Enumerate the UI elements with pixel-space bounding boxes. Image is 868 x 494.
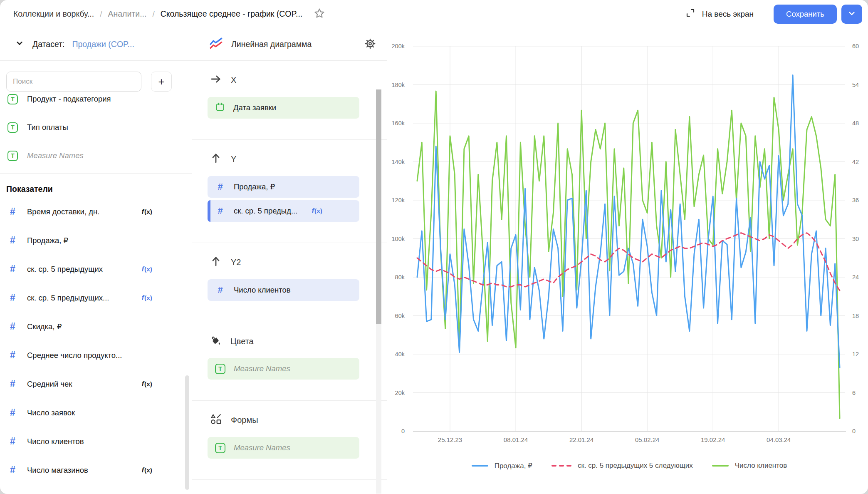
paint-bucket-icon <box>210 335 221 348</box>
fullscreen-button[interactable]: На весь экран <box>685 8 754 20</box>
save-menu-button[interactable] <box>841 5 862 24</box>
legend-item-moving-avg[interactable]: ск. ср. 5 предыдущих 5 следующих <box>551 462 693 470</box>
field-label: ск. ср. 5 предыдущих <box>27 265 103 274</box>
pill-label: Число клиентов <box>234 285 291 295</box>
formula-icon: f(x) <box>312 207 322 215</box>
field-row-measure[interactable]: #Время доставки, дн.f(x) <box>0 197 192 226</box>
shelf-colors-title: Цвета <box>210 335 375 348</box>
formula-icon: f(x) <box>141 466 152 474</box>
svg-text:0: 0 <box>401 428 405 434</box>
favorite-star-button[interactable] <box>313 7 326 21</box>
legend-label: Число клиентов <box>735 462 787 470</box>
field-row-measure[interactable]: #Число заявок <box>0 398 192 427</box>
pill-label: Measure Names <box>234 443 290 452</box>
dimension-type-icon: T <box>215 443 225 453</box>
gear-icon <box>364 38 376 51</box>
shelf-shapes-label: Формы <box>231 415 258 425</box>
svg-text:160k: 160k <box>392 120 405 127</box>
chart-type-label[interactable]: Линейная диаграмма <box>231 40 357 49</box>
field-row-measure[interactable]: #Число магазиновf(x) <box>0 456 192 484</box>
measures-section-header: Показатели <box>0 174 192 197</box>
panel-scrollbar-thumb[interactable] <box>376 89 381 324</box>
formula-icon: f(x) <box>141 265 152 273</box>
svg-text:25.12.23: 25.12.23 <box>438 436 462 443</box>
selected-indicator <box>208 200 210 222</box>
field-row-measure[interactable]: #Скидка, ₽ <box>0 312 192 341</box>
line-chart-canvas[interactable]: 020k40k60k80k100k120k140k160k180k200k061… <box>387 28 868 494</box>
shelf-x-label: X <box>231 75 236 85</box>
dimension-type-icon: T <box>7 151 18 161</box>
datalens-chart-editor-window: Коллекции и воркбу... / Аналити... / Ско… <box>0 0 868 494</box>
field-row-dimension[interactable]: TТип оплаты <box>0 113 192 141</box>
calendar-icon <box>215 102 225 114</box>
measure-type-icon: # <box>7 292 18 303</box>
fullscreen-label: На весь экран <box>702 10 754 19</box>
field-label: Тип оплаты <box>27 123 68 132</box>
pill-colors-measure-names[interactable]: T Measure Names <box>208 358 359 380</box>
pill-shapes-measure-names[interactable]: T Measure Names <box>208 437 359 459</box>
formula-icon: f(x) <box>141 294 152 302</box>
field-row-measure[interactable]: #Среднее число продукто... <box>0 341 192 370</box>
sidebar-scrollbar-thumb[interactable] <box>185 375 189 490</box>
pill-label: Дата заявки <box>233 103 276 112</box>
shelf-y2: Y2 # Число клиентов <box>192 243 387 322</box>
svg-text:12: 12 <box>852 351 859 357</box>
field-row-measure[interactable]: #Средний чекf(x) <box>0 370 192 398</box>
field-row-measure[interactable]: #Продажа, ₽ <box>0 226 192 255</box>
field-label: Число клиентов <box>27 437 84 446</box>
measure-type-icon: # <box>215 285 225 295</box>
legend-dash-swatch <box>551 465 571 467</box>
shapes-icon <box>210 413 222 427</box>
search-input[interactable] <box>6 72 141 92</box>
save-button[interactable]: Сохранить <box>774 5 837 24</box>
add-field-button[interactable]: + <box>151 72 172 92</box>
field-label: Measure Names <box>27 151 84 160</box>
star-icon <box>313 7 326 21</box>
dataset-name-link[interactable]: Продажи (COP... <box>72 40 134 49</box>
svg-text:80k: 80k <box>395 274 405 281</box>
field-label: Число магазинов <box>27 466 88 475</box>
legend-item-sales[interactable]: Продажа, ₽ <box>472 462 532 470</box>
svg-text:140k: 140k <box>392 159 405 165</box>
measure-type-icon: # <box>7 436 18 447</box>
measure-type-icon: # <box>7 235 18 246</box>
measure-type-icon: # <box>215 181 225 192</box>
breadcrumb-separator: / <box>100 10 102 19</box>
field-row-measure[interactable]: #ск. ср. 5 предыдущихf(x) <box>0 255 192 283</box>
field-label: Продукт - подкатегория <box>27 94 111 104</box>
svg-text:36: 36 <box>852 197 859 204</box>
field-row-dimension[interactable]: TMeasure Names <box>0 141 192 170</box>
line-chart-icon[interactable] <box>209 37 224 52</box>
legend-line-swatch <box>472 465 488 467</box>
shelf-shapes-title: Формы <box>210 413 375 427</box>
chart-settings-button[interactable] <box>364 38 376 51</box>
breadcrumb-collections[interactable]: Коллекции и воркбу... <box>13 9 94 19</box>
chevron-down-icon[interactable] <box>14 38 25 51</box>
chart-pane: 020k40k60k80k100k120k140k160k180k200k061… <box>387 28 868 494</box>
svg-text:120k: 120k <box>392 197 405 204</box>
legend-item-clients[interactable]: Число клиентов <box>712 462 787 470</box>
topbar-actions: На весь экран Сохранить <box>685 5 862 24</box>
svg-text:19.02.24: 19.02.24 <box>701 436 725 443</box>
arrow-right-icon <box>210 73 222 87</box>
measure-type-icon: # <box>7 407 18 418</box>
shelf-x: X Дата заявки <box>192 61 387 140</box>
pill-label: Продажа, ₽ <box>234 182 275 191</box>
svg-text:04.03.24: 04.03.24 <box>767 436 791 443</box>
measure-type-icon: # <box>215 206 225 216</box>
arrow-up-icon <box>210 152 222 166</box>
svg-text:180k: 180k <box>392 82 405 88</box>
field-row-measure[interactable]: #ск. ср. 5 предыдущих...f(x) <box>0 283 192 312</box>
shelf-colors-label: Цвета <box>230 337 254 346</box>
field-label: ск. ср. 5 предыдущих... <box>27 293 109 303</box>
pill-date-field[interactable]: Дата заявки <box>208 97 359 119</box>
breadcrumb-workbook[interactable]: Аналити... <box>108 9 146 19</box>
svg-text:42: 42 <box>852 159 859 165</box>
arrow-up-icon <box>210 256 222 269</box>
breadcrumb-chart-title: Скользящее среднее - график (COP... <box>161 9 303 19</box>
field-row-measure[interactable]: #Число клиентов <box>0 427 192 456</box>
pill-measure-sales[interactable]: # Продажа, ₽ <box>208 176 359 198</box>
pill-measure-clients[interactable]: # Число клиентов <box>208 279 359 301</box>
svg-text:200k: 200k <box>392 43 405 50</box>
pill-measure-moving-avg[interactable]: # ск. ср. 5 предыд... f(x) <box>208 200 359 222</box>
